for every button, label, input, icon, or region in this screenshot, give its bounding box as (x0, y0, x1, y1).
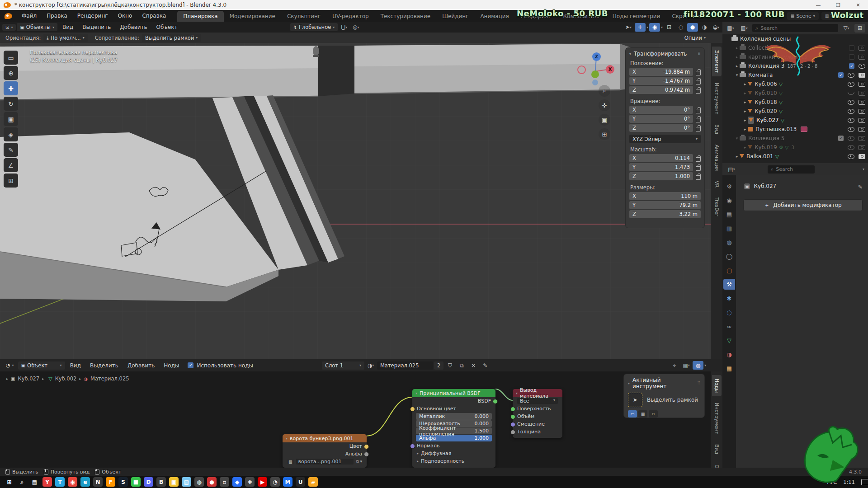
lock-icon[interactable] (696, 109, 701, 113)
workspace-tab-Моделирование[interactable]: Моделирование (224, 11, 281, 22)
viewport-menu-object[interactable]: Объект (152, 24, 182, 30)
start-button[interactable]: ⊞ (5, 477, 14, 487)
lock-icon[interactable] (696, 71, 701, 75)
outliner-filter-icon[interactable]: ▧▾ (739, 24, 750, 33)
lock-icon[interactable] (696, 89, 701, 94)
shader-tab-Опц[interactable]: Опц (712, 461, 722, 468)
outliner-row-Куб.019[interactable]: ▸Куб.019⚙ ▽3 (722, 143, 868, 152)
viewport-menu-view[interactable]: Вид (58, 24, 77, 30)
navigation-gizmo[interactable]: Z X (567, 45, 622, 95)
overlays-toggle[interactable]: ◉ (649, 23, 660, 32)
tab-material[interactable]: ◑ (723, 349, 735, 360)
active-tool-title[interactable]: Активный инструмент (632, 377, 692, 389)
lock-icon[interactable] (696, 80, 701, 84)
exclude-checkbox[interactable]: ✓ (849, 54, 854, 60)
cursor-tool[interactable]: ⊕ (4, 66, 18, 80)
hide-viewport-eye-icon[interactable] (848, 127, 854, 132)
image-ops-icons[interactable]: ⧉ ▾ (356, 459, 362, 464)
outliner-row-Куб.020[interactable]: ▸Куб.020▽ (722, 107, 868, 116)
mode-selector[interactable]: ▣Объекты▾ (17, 23, 57, 31)
app-icon[interactable]: ■ (131, 477, 141, 487)
disable-render-camera-icon[interactable] (859, 154, 865, 159)
file-explorer-icon[interactable]: ▣ (169, 477, 179, 487)
add-modifier-button[interactable]: ＋ Добавить модификатор (743, 199, 863, 211)
outliner-row-Куб.018[interactable]: ▸Куб.018▽ (722, 98, 868, 107)
app-icon[interactable]: ▰ (308, 477, 318, 487)
dimensions-x-field[interactable]: X110 m (629, 192, 701, 200)
pan-hand-icon[interactable]: ✜ (599, 99, 610, 111)
selectability-dropdown[interactable]: ➤▾ (623, 23, 634, 32)
viewport-menu-select[interactable]: Выделить (78, 24, 115, 30)
scale-z-field[interactable]: Z1.000 (629, 172, 693, 180)
panel-drag-handle[interactable]: ⠿ (698, 52, 701, 56)
exclude-checkbox[interactable]: ✓ (849, 45, 854, 51)
disable-render-camera-icon[interactable] (859, 73, 865, 78)
transform-orientation-selector[interactable]: ↯Глобальное▾ (290, 23, 338, 31)
app-chrome[interactable]: ◉ (68, 477, 77, 487)
tab-constraints[interactable]: ∞ (723, 321, 735, 332)
annotate-tool[interactable]: ✎ (4, 143, 18, 157)
disable-render-camera-icon[interactable] (859, 109, 865, 114)
scale-x-field[interactable]: X0.114 (629, 154, 693, 162)
app-icon[interactable]: ◆ (232, 477, 242, 487)
transform-tool[interactable]: ◈ (4, 127, 18, 141)
location-x-field[interactable]: X-19.884 m (629, 68, 693, 76)
app-discord[interactable]: D (144, 477, 153, 487)
move-tool[interactable]: ✚ (4, 81, 18, 95)
menu-render[interactable]: Рендеринг (72, 10, 113, 22)
tab-modifiers[interactable]: ⚒ (723, 279, 735, 290)
outliner-row-Куб.006[interactable]: ▸Куб.006▽ (722, 80, 868, 89)
disable-render-camera-icon[interactable] (859, 46, 865, 51)
tab-render[interactable]: ◉ (723, 195, 735, 206)
subsurface-section[interactable]: Подповерхность (421, 458, 464, 464)
grid-ortho-icon[interactable]: ⊞ (599, 128, 610, 140)
properties-search-input[interactable]: ⌕Search (768, 165, 815, 174)
outliner-row-Balka.001[interactable]: ▸Balka.001▽ (722, 152, 868, 161)
app-icon[interactable]: B (156, 477, 166, 487)
input-socket[interactable] (510, 430, 515, 435)
add-cube-tool[interactable]: ⊞ (4, 174, 18, 188)
pin-icon[interactable]: ✎ (858, 184, 863, 190)
app-edge[interactable]: e (80, 477, 90, 487)
scene-selector[interactable]: ▦Scene▾ (787, 12, 819, 20)
menu-edit[interactable]: Правка (42, 10, 72, 22)
image-name-field[interactable]: ворота...png.001 (296, 459, 354, 465)
hide-viewport-eye-icon[interactable] (848, 118, 854, 123)
disable-render-camera-icon[interactable] (859, 118, 865, 123)
select-mode-set[interactable]: ▭ (628, 410, 637, 418)
app-steam[interactable]: S (118, 477, 128, 487)
gizmos-toggle[interactable]: ✛ (635, 23, 646, 32)
app-photos[interactable]: ▧ (182, 477, 191, 487)
app-icon[interactable]: ◍ (194, 477, 204, 487)
disable-render-camera-icon[interactable] (859, 127, 865, 132)
workspace-tab-Скульптинг[interactable]: Скульптинг (281, 11, 326, 22)
bsdf-param-Коэффициент преломления[interactable]: Коэффициент преломления1.500 (416, 427, 492, 434)
viewport-tab-Вид[interactable]: Вид (712, 121, 722, 138)
viewport-tab-Элемент[interactable]: Элемент (712, 47, 722, 76)
hide-viewport-eye-icon[interactable] (848, 136, 854, 141)
minimize-button[interactable]: — (808, 0, 828, 10)
exclude-checkbox[interactable]: ✓ (838, 136, 844, 141)
tab-texture[interactable]: ▦ (723, 363, 735, 374)
workspace-tab-Планировка[interactable]: Планировка (177, 11, 223, 22)
shading-wireframe-button[interactable]: ◌ (675, 23, 686, 32)
lock-icon[interactable] (696, 166, 701, 171)
shading-solid-button[interactable]: ● (687, 23, 698, 32)
shading-material-button[interactable]: ◑ (699, 23, 710, 32)
exclude-checkbox[interactable]: ✓ (849, 63, 854, 69)
scale-tool[interactable]: ▣ (4, 112, 18, 126)
select-mode-extend[interactable]: ▦ (638, 410, 647, 418)
viewport-tab-VR[interactable]: VR (712, 177, 722, 191)
rotation-mode-dropdown[interactable]: XYZ Эйлер▾ (629, 135, 701, 143)
disable-render-camera-icon[interactable] (859, 91, 865, 96)
shading-rendered-button[interactable]: ◒▾ (711, 23, 722, 32)
shader-tab-Ноды[interactable]: Ноды (712, 375, 722, 396)
normal-socket[interactable] (410, 444, 415, 449)
output-target-dropdown[interactable]: Все▾ (517, 398, 558, 404)
app-icon[interactable]: ● (207, 477, 217, 487)
menu-file[interactable]: Файл (17, 10, 42, 22)
scale-y-field[interactable]: Y1.473 (629, 163, 693, 171)
menu-help[interactable]: Справка (137, 10, 171, 22)
rotation-z-field[interactable]: Z0° (629, 124, 693, 132)
workspace-tab-Шейдинг[interactable]: Шейдинг (436, 11, 474, 22)
